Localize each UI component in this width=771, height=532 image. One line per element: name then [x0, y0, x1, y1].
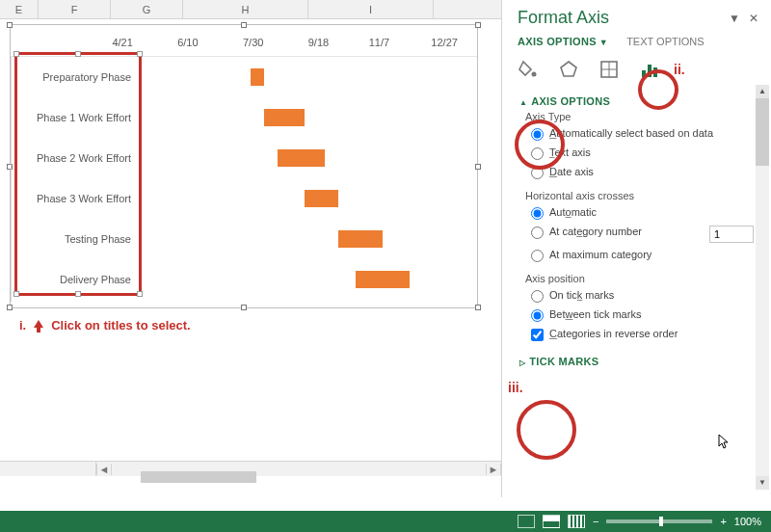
scroll-thumb[interactable]: [756, 98, 769, 166]
format-axis-pane: Format Axis ▼ ✕ AXIS OPTIONS▼ TEXT OPTIO…: [501, 0, 771, 497]
x-tick: 9/18: [308, 37, 329, 48]
svg-marker-1: [561, 62, 576, 76]
radio-automatic-label: Automatic: [549, 206, 754, 218]
svg-point-0: [532, 72, 537, 77]
col-header-i[interactable]: I: [308, 0, 434, 18]
axis-type-label: Axis Type: [502, 109, 771, 124]
chart-plot-area[interactable]: Preparatory Phase Phase 1 Work Effort Ph…: [11, 56, 477, 302]
tab-axis-options[interactable]: AXIS OPTIONS▼: [518, 36, 608, 47]
x-tick: 7/30: [243, 37, 263, 48]
size-properties-icon[interactable]: [598, 59, 620, 80]
scroll-up-icon[interactable]: ▲: [756, 85, 769, 98]
zoom-level[interactable]: 100%: [734, 516, 761, 527]
svg-rect-5: [653, 67, 657, 77]
annotation-ii: ii.: [674, 62, 685, 77]
expand-icon: ▷: [519, 359, 525, 367]
data-bar[interactable]: [251, 68, 264, 86]
resize-handle[interactable]: [475, 22, 481, 28]
resize-handle[interactable]: [7, 22, 13, 28]
resize-handle[interactable]: [475, 305, 481, 310]
pane-menu-icon[interactable]: ▼: [727, 12, 742, 25]
pane-title: Format Axis: [518, 8, 723, 28]
annotation-i-text: Click on titles to select.: [51, 318, 191, 332]
svg-rect-3: [642, 70, 646, 77]
sheet-tab-area[interactable]: [0, 462, 96, 476]
radio-on-tick-marks[interactable]: [531, 290, 544, 303]
radio-at-category-number-label: At category number: [549, 226, 704, 237]
radio-text-axis-label: Text axis: [549, 146, 754, 158]
arrow-up-icon: [32, 319, 45, 332]
radio-between-tick-marks[interactable]: [531, 309, 544, 322]
tab-text-options[interactable]: TEXT OPTIONS: [626, 36, 704, 47]
scroll-left-icon[interactable]: ◄: [96, 464, 112, 475]
zoom-in-button[interactable]: +: [720, 516, 726, 527]
chart-x-axis[interactable]: 4/21 6/10 7/30 9/18 11/7 12/27: [11, 37, 477, 50]
pane-close-icon[interactable]: ✕: [746, 12, 761, 25]
section-tick-marks[interactable]: ▷TICK MARKS: [502, 344, 771, 369]
col-header-e[interactable]: E: [0, 0, 39, 18]
zoom-thumb[interactable]: [659, 517, 663, 526]
col-header-f[interactable]: F: [39, 0, 111, 18]
radio-at-maximum-category-label: At maximum category: [549, 249, 754, 260]
resize-handle[interactable]: [241, 305, 247, 310]
view-normal-icon[interactable]: [518, 515, 535, 528]
col-header-h[interactable]: H: [183, 0, 308, 18]
data-bar[interactable]: [278, 149, 325, 167]
gantt-chart[interactable]: 4/21 6/10 7/30 9/18 11/7 12/27 Preparato…: [10, 24, 478, 308]
radio-between-tick-marks-label: Between tick marks: [549, 308, 754, 320]
radio-date-axis[interactable]: [531, 167, 544, 179]
data-bar[interactable]: [264, 109, 305, 126]
category-label[interactable]: Phase 2 Work Effort: [12, 152, 139, 164]
radio-on-tick-marks-label: On tick marks: [549, 289, 754, 301]
axis-position-label: Axis position: [502, 265, 771, 286]
x-tick: 4/21: [112, 37, 132, 48]
worksheet: E F G H I 4/21 6/10 7/30 9/18 11/7 12/27…: [0, 0, 501, 497]
checkbox-categories-reverse-order[interactable]: [531, 329, 544, 341]
annotation-iii: iii.: [508, 380, 523, 395]
radio-auto-select-label: Automatically select based on data: [549, 127, 754, 139]
category-label[interactable]: Preparatory Phase: [12, 71, 139, 83]
data-bar[interactable]: [305, 190, 338, 207]
section-axis-options[interactable]: ▲AXIS OPTIONS: [502, 86, 771, 109]
fill-icon[interactable]: [518, 59, 539, 80]
category-label[interactable]: Delivery Phase: [12, 274, 139, 285]
resize-handle[interactable]: [241, 22, 247, 28]
x-tick: 11/7: [369, 37, 389, 48]
effects-icon[interactable]: [558, 59, 579, 80]
annotation-i-prefix: i.: [19, 318, 26, 332]
axis-options-icon[interactable]: [639, 59, 660, 80]
pane-vertical-scrollbar[interactable]: ▲ ▼: [756, 85, 769, 490]
zoom-slider[interactable]: [606, 519, 712, 523]
x-tick: 12/27: [431, 37, 458, 48]
category-label[interactable]: Phase 1 Work Effort: [12, 112, 139, 123]
category-label[interactable]: Testing Phase: [12, 233, 139, 245]
scroll-right-icon[interactable]: ►: [486, 464, 501, 475]
horizontal-axis-crosses-label: Horizontal axis crosses: [502, 182, 771, 203]
x-tick: 6/10: [177, 37, 198, 48]
resize-handle[interactable]: [7, 305, 13, 310]
view-page-break-icon[interactable]: [568, 515, 585, 528]
radio-date-axis-label: Date axis: [549, 166, 754, 177]
scroll-thumb[interactable]: [141, 471, 256, 483]
horizontal-scrollbar[interactable]: ◄ ►: [0, 461, 501, 476]
radio-text-axis[interactable]: [531, 147, 544, 160]
collapse-icon: ▲: [519, 98, 527, 107]
radio-automatic[interactable]: [531, 207, 544, 220]
view-page-layout-icon[interactable]: [543, 515, 560, 528]
radio-auto-select[interactable]: [531, 128, 544, 141]
checkbox-categories-reverse-order-label: Categories in reverse order: [549, 328, 754, 339]
mouse-cursor-icon: [718, 434, 731, 449]
category-label[interactable]: Phase 3 Work Effort: [12, 193, 139, 204]
category-number-input[interactable]: [709, 226, 754, 243]
svg-rect-4: [648, 65, 651, 77]
column-headers: E F G H I: [0, 0, 501, 19]
radio-at-category-number[interactable]: [531, 226, 544, 239]
scroll-down-icon[interactable]: ▼: [756, 476, 769, 490]
zoom-out-button[interactable]: −: [593, 516, 598, 527]
data-bar[interactable]: [356, 271, 410, 288]
annotation-i: i. Click on titles to select.: [19, 318, 191, 332]
data-bar[interactable]: [338, 230, 383, 248]
radio-at-maximum-category[interactable]: [531, 250, 544, 262]
col-header-g[interactable]: G: [111, 0, 183, 18]
status-bar: − + 100%: [0, 511, 771, 532]
